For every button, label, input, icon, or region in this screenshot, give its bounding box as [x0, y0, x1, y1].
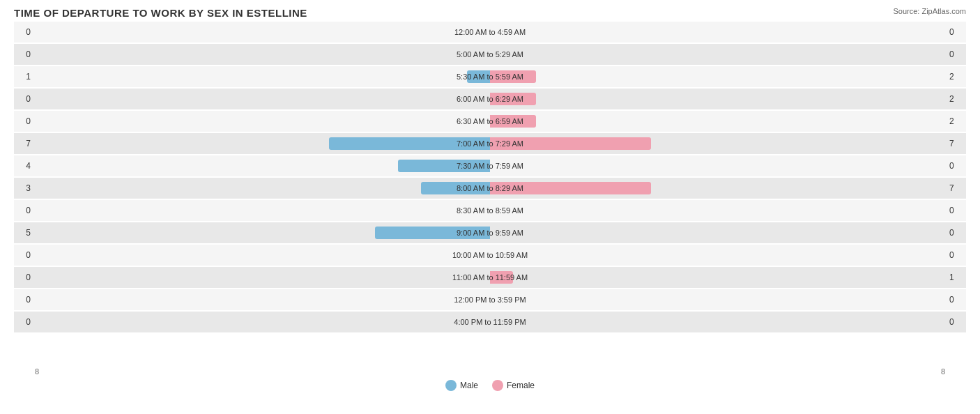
female-value: 0 — [945, 317, 966, 327]
chart-row: 38:00 AM to 8:29 AM7 — [14, 178, 966, 199]
chart-row: 011:00 AM to 11:59 AM1 — [14, 267, 966, 288]
legend-male: Male — [445, 380, 478, 391]
female-bar — [490, 182, 651, 194]
male-bar-wrap — [80, 160, 490, 172]
female-bar-wrap — [490, 160, 900, 172]
male-bar — [467, 70, 490, 83]
female-value: 0 — [945, 295, 966, 305]
bar-section: 10:00 AM to 10:59 AM — [35, 245, 945, 266]
male-bar-wrap — [80, 316, 490, 328]
chart-row: 15:30 AM to 5:59 AM2 — [14, 66, 966, 87]
male-bar-wrap — [80, 26, 490, 38]
female-bar-wrap — [490, 182, 900, 194]
female-bar-wrap — [490, 316, 900, 328]
male-value: 4 — [14, 161, 35, 171]
chart-row: 77:00 AM to 7:29 AM7 — [14, 133, 966, 154]
female-legend-label: Female — [507, 381, 535, 390]
male-bar-wrap — [80, 93, 490, 105]
bar-section: 6:30 AM to 6:59 AM — [35, 111, 945, 132]
chart-row: 06:00 AM to 6:29 AM2 — [14, 89, 966, 109]
male-bar-wrap — [80, 293, 490, 306]
male-value: 0 — [14, 206, 35, 215]
female-value: 0 — [945, 250, 966, 260]
female-value: 1 — [945, 273, 966, 282]
chart-row: 012:00 PM to 3:59 PM0 — [14, 289, 966, 310]
source-text: Source: ZipAtlas.com — [893, 7, 966, 15]
female-legend-icon — [492, 380, 503, 391]
bar-section: 5:30 AM to 5:59 AM — [35, 66, 945, 87]
female-bar — [490, 115, 536, 128]
female-value: 2 — [945, 94, 966, 104]
female-value: 7 — [945, 183, 966, 193]
legend-female: Female — [492, 380, 535, 391]
male-bar-wrap — [80, 137, 490, 150]
female-value: 0 — [945, 49, 966, 59]
female-bar-wrap — [490, 26, 900, 38]
female-bar — [490, 137, 651, 150]
male-value: 0 — [14, 27, 35, 37]
chart-row: 012:00 AM to 4:59 AM0 — [14, 22, 966, 43]
chart-row: 47:30 AM to 7:59 AM0 — [14, 155, 966, 176]
bar-section: 12:00 PM to 3:59 PM — [35, 289, 945, 310]
male-value: 0 — [14, 317, 35, 327]
female-bar-wrap — [490, 293, 900, 306]
male-bar — [375, 227, 490, 239]
bar-section: 5:00 AM to 5:29 AM — [35, 44, 945, 65]
female-value: 0 — [945, 161, 966, 171]
axis-left-label: 8 — [35, 367, 39, 376]
chart-row: 010:00 AM to 10:59 AM0 — [14, 245, 966, 266]
female-value: 2 — [945, 72, 966, 82]
bar-section: 7:30 AM to 7:59 AM — [35, 155, 945, 176]
female-value: 0 — [945, 206, 966, 215]
bar-section: 8:30 AM to 8:59 AM — [35, 200, 945, 221]
female-bar-wrap — [490, 204, 900, 217]
legend: Male Female — [14, 380, 966, 391]
chart-row: 06:30 AM to 6:59 AM2 — [14, 111, 966, 132]
female-bar-wrap — [490, 137, 900, 150]
male-bar-wrap — [80, 227, 490, 239]
chart-row: 05:00 AM to 5:29 AM0 — [14, 44, 966, 65]
female-bar-wrap — [490, 70, 900, 83]
male-value: 0 — [14, 273, 35, 282]
male-value: 3 — [14, 183, 35, 193]
male-value: 0 — [14, 49, 35, 59]
bar-section: 12:00 AM to 4:59 AM — [35, 22, 945, 43]
male-value: 0 — [14, 250, 35, 260]
male-bar-wrap — [80, 48, 490, 61]
female-bar-wrap — [490, 48, 900, 61]
male-bar-wrap — [80, 271, 490, 284]
female-bar-wrap — [490, 227, 900, 239]
axis-right-label: 8 — [941, 367, 945, 376]
bar-section: 6:00 AM to 6:29 AM — [35, 89, 945, 109]
male-value: 0 — [14, 295, 35, 305]
male-bar — [329, 137, 490, 150]
bar-section: 7:00 AM to 7:29 AM — [35, 133, 945, 154]
chart-row: 08:30 AM to 8:59 AM0 — [14, 200, 966, 221]
male-value: 0 — [14, 94, 35, 104]
female-value: 0 — [945, 27, 966, 37]
bar-section: 11:00 AM to 11:59 AM — [35, 267, 945, 288]
female-bar-wrap — [490, 249, 900, 261]
male-value: 0 — [14, 116, 35, 126]
chart-title: TIME OF DEPARTURE TO WORK BY SEX IN ESTE… — [14, 7, 966, 19]
female-value: 2 — [945, 116, 966, 126]
male-value: 5 — [14, 228, 35, 238]
bar-section: 9:00 AM to 9:59 AM — [35, 222, 945, 243]
male-bar-wrap — [80, 249, 490, 261]
female-bar-wrap — [490, 93, 900, 105]
male-bar — [398, 160, 490, 172]
female-value: 7 — [945, 139, 966, 148]
bar-section: 8:00 AM to 8:29 AM — [35, 178, 945, 199]
female-bar-wrap — [490, 115, 900, 128]
chart-container: TIME OF DEPARTURE TO WORK BY SEX IN ESTE… — [0, 0, 980, 414]
chart-row: 04:00 PM to 11:59 PM0 — [14, 312, 966, 332]
male-bar-wrap — [80, 204, 490, 217]
male-bar-wrap — [80, 115, 490, 128]
male-value: 1 — [14, 72, 35, 82]
female-bar — [490, 93, 536, 105]
male-value: 7 — [14, 139, 35, 148]
chart-row: 59:00 AM to 9:59 AM0 — [14, 222, 966, 243]
male-bar — [421, 182, 490, 194]
female-value: 0 — [945, 228, 966, 238]
male-legend-label: Male — [460, 381, 478, 390]
